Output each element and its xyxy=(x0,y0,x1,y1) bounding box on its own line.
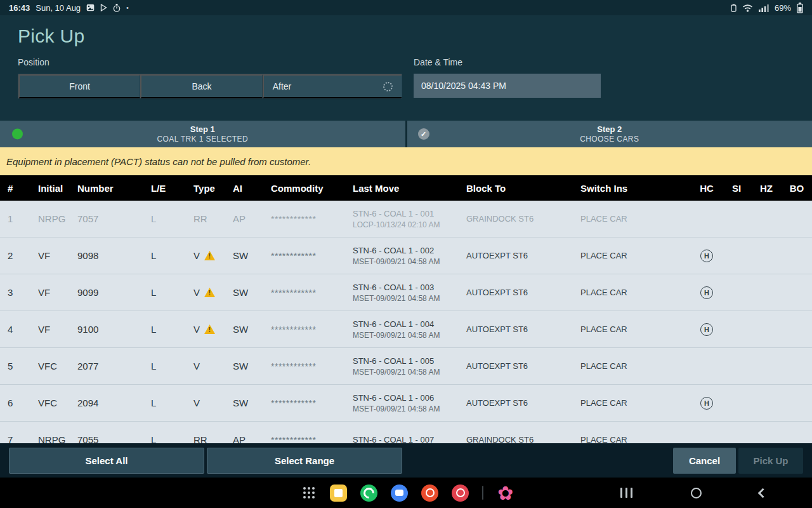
cell-number: 9100 xyxy=(70,324,143,335)
recents-button[interactable] xyxy=(620,488,632,498)
dock-apps: ✿ xyxy=(330,478,514,508)
car-row[interactable]: 2VF9098LVSW************STN-6 - COAL 1 - … xyxy=(0,237,812,274)
cell-ai: SW xyxy=(225,361,263,371)
notes-app-icon[interactable] xyxy=(330,485,347,502)
car-row[interactable]: 3VF9099LVSW************STN-6 - COAL 1 - … xyxy=(0,274,812,311)
cell-index: 4 xyxy=(0,324,30,335)
datetime-group: Date & Time 08/10/2025 04:43 PM xyxy=(414,57,601,99)
step-2-segment[interactable]: ✓ Step 2 CHOOSE CARS xyxy=(407,121,812,147)
wifi-icon xyxy=(742,4,753,12)
car-row[interactable]: 5VFC2077LVSW************STN-6 - COAL 1 -… xyxy=(0,348,812,385)
action-bar: Select All Select Range Cancel Pick Up xyxy=(0,443,812,478)
cell-number: 2094 xyxy=(70,398,143,408)
camera-app-icon[interactable] xyxy=(452,485,469,502)
cell-signal-icon xyxy=(759,4,769,12)
cell-type: V xyxy=(186,250,225,261)
last-move-text: STN-6 - COAL 1 - 007 xyxy=(353,435,459,443)
phone-app-icon[interactable] xyxy=(360,485,377,502)
cell-switch-ins: PLACE CAR xyxy=(573,435,691,443)
step-1-title: Step 1 xyxy=(190,124,215,134)
position-back-button[interactable]: Back xyxy=(140,74,262,98)
cell-last-move: STN-6 - COAL 1 - 007 xyxy=(345,435,459,443)
cell-le: L xyxy=(143,213,186,224)
cell-ai: SW xyxy=(225,324,263,335)
step-bar: Step 1 COAL TRK 1 SELECTED ✓ Step 2 CHOO… xyxy=(0,121,812,147)
car-row[interactable]: 7NRPG7055LRRAP************STN-6 - COAL 1… xyxy=(0,422,812,443)
cell-commodity: ************ xyxy=(263,435,345,444)
cell-type: V xyxy=(186,324,225,335)
cell-hc: H xyxy=(691,250,722,262)
cell-initial: VFC xyxy=(30,361,70,371)
cell-switch-ins: PLACE CAR xyxy=(573,214,691,224)
cell-block-to: GRAINDOCK ST6 xyxy=(459,214,573,224)
select-range-button[interactable]: Select Range xyxy=(207,448,402,474)
warning-icon xyxy=(204,288,215,297)
cell-switch-ins: PLACE CAR xyxy=(573,251,691,260)
position-front-button[interactable]: Front xyxy=(18,74,140,98)
cell-le: L xyxy=(143,434,186,443)
position-segmented-control: Front Back After xyxy=(18,74,402,99)
cell-commodity: ************ xyxy=(263,324,345,335)
cell-block-to: AUTOEXPT ST6 xyxy=(459,324,573,334)
nav-controls xyxy=(620,478,766,508)
page-title: Pick Up xyxy=(18,25,794,47)
cell-le: L xyxy=(143,324,186,335)
last-move-text: STN-6 - COAL 1 - 005 xyxy=(353,356,459,366)
cell-type: V xyxy=(186,361,225,371)
cell-le: L xyxy=(143,398,186,408)
car-row[interactable]: 6VFC2094LVSW************STN-6 - COAL 1 -… xyxy=(0,385,812,422)
hold-badge-icon: H xyxy=(700,286,713,299)
cell-block-to: GRAINDOCK ST6 xyxy=(459,435,573,443)
column-header: HZ xyxy=(751,183,782,194)
cell-switch-ins: PLACE CAR xyxy=(573,324,691,334)
car-row[interactable]: 4VF9100LVSW************STN-6 - COAL 1 - … xyxy=(0,311,812,348)
messages-app-icon[interactable] xyxy=(391,485,408,502)
last-move-text: STN-6 - COAL 1 - 003 xyxy=(353,283,459,292)
datetime-input[interactable]: 08/10/2025 04:43 PM xyxy=(414,74,601,98)
column-header: Block To xyxy=(459,183,573,194)
app-drawer-icon[interactable] xyxy=(303,487,315,498)
car-row[interactable]: 1NRPG7057LRRAP************STN-6 - COAL 1… xyxy=(0,201,812,237)
step-2-subtitle: CHOOSE CARS xyxy=(580,135,639,144)
cell-index: 2 xyxy=(0,250,30,261)
back-button[interactable] xyxy=(758,488,768,498)
home-button[interactable] xyxy=(691,488,702,498)
cell-number: 2077 xyxy=(70,361,143,371)
page-header: Pick Up Position Front Back After xyxy=(0,15,812,121)
cancel-button[interactable]: Cancel xyxy=(673,448,736,474)
screenshot-icon xyxy=(86,4,95,11)
cell-type: V xyxy=(186,287,225,298)
cell-index: 7 xyxy=(0,434,30,443)
datetime-label: Date & Time xyxy=(414,57,601,67)
cell-block-to: AUTOEXPT ST6 xyxy=(459,288,573,297)
gallery-app-icon[interactable]: ✿ xyxy=(497,485,514,502)
pact-warning-banner: Equipment in placement (PACT) status can… xyxy=(0,147,812,175)
last-move-text: STN-6 - COAL 1 - 002 xyxy=(353,246,459,255)
pickup-screen: 16:43 Sun, 10 Aug • 69% xyxy=(0,0,812,508)
position-after-button[interactable]: After xyxy=(263,74,402,98)
cell-hc: H xyxy=(691,286,722,299)
last-move-detail: MSET-09/09/21 04:58 AM xyxy=(353,257,459,266)
android-nav-bar: ✿ xyxy=(0,478,812,508)
contacts-app-icon[interactable] xyxy=(421,485,438,502)
status-date: Sun, 10 Aug xyxy=(36,3,81,13)
pick-up-button[interactable]: Pick Up xyxy=(738,448,803,474)
cell-index: 3 xyxy=(0,287,30,298)
select-all-button[interactable]: Select All xyxy=(9,448,204,474)
step-1-segment[interactable]: Step 1 COAL TRK 1 SELECTED xyxy=(0,121,405,147)
cell-last-move: STN-6 - COAL 1 - 006MSET-09/09/21 04:58 … xyxy=(345,393,459,413)
cell-block-to: AUTOEXPT ST6 xyxy=(459,398,573,408)
step-check-icon: ✓ xyxy=(418,128,429,140)
cell-type: RR xyxy=(186,213,225,224)
column-header: AI xyxy=(225,183,263,194)
cell-last-move: STN-6 - COAL 1 - 005MSET-09/09/21 04:58 … xyxy=(345,356,459,377)
column-header: SI xyxy=(722,183,751,194)
cell-last-move: STN-6 - COAL 1 - 003MSET-09/09/21 04:58 … xyxy=(345,283,459,303)
cell-initial: VF xyxy=(30,287,70,298)
last-move-text: STN-6 - COAL 1 - 004 xyxy=(353,319,459,329)
car-type-text: RR xyxy=(193,434,207,443)
last-move-text: STN-6 - COAL 1 - 006 xyxy=(353,393,459,403)
car-type-text: V xyxy=(193,398,200,408)
cell-initial: VF xyxy=(30,250,70,261)
column-header: HC xyxy=(691,183,722,194)
